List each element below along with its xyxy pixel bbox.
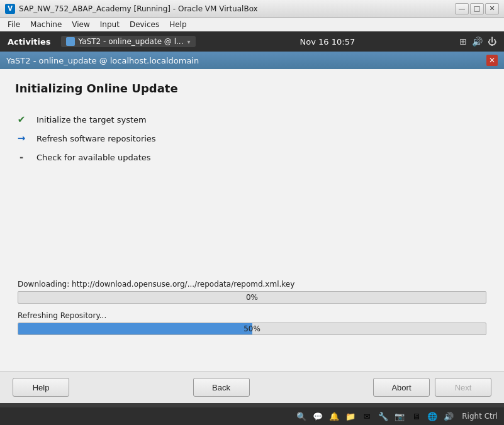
step-icon-current: →	[15, 133, 28, 144]
yast-window: YaST2 - online_update @ localhost.locald…	[0, 52, 504, 403]
tray-icon-4[interactable]: 📁	[344, 410, 357, 422]
gnome-window-icon	[66, 37, 75, 46]
sound-icon[interactable]: 🔊	[472, 36, 483, 47]
yast-content: Initializing Online Update ✔ Initialize …	[0, 69, 504, 371]
yast-titlebar: YaST2 - online_update @ localhost.locald…	[0, 52, 504, 69]
menu-input[interactable]: Input	[95, 19, 125, 30]
vbox-window-controls: — □ ✕	[455, 3, 499, 14]
help-button[interactable]: Help	[13, 378, 69, 397]
system-tray: 🔍 💬 🔔 📁 ✉ 🔧 📷 🖥 🌐 🔊 Right Ctrl	[0, 407, 504, 425]
button-group-left: Help	[13, 378, 69, 397]
next-button[interactable]: Next	[435, 378, 491, 397]
tray-icon-6[interactable]: 🔧	[376, 410, 390, 422]
tray-icon-8[interactable]: 🖥	[409, 410, 423, 422]
step-label-2: Refresh software repositories	[36, 134, 156, 143]
vbox-maximize-btn[interactable]: □	[470, 3, 484, 14]
network-icon[interactable]: ⊞	[459, 36, 467, 47]
refresh-progress-fill	[18, 323, 252, 334]
gnome-datetime: Nov 16 10:57	[196, 37, 460, 47]
step-item-3: - Check for available updates	[15, 148, 489, 167]
vbox-titlebar: V SAP_NW_752_ABAP_Academy [Running] - Or…	[0, 0, 504, 18]
yast-close-button[interactable]: ✕	[486, 55, 498, 66]
menu-help[interactable]: Help	[164, 19, 191, 30]
progress-section: Downloading: http://download.opensuse.or…	[15, 280, 489, 335]
yast-heading: Initializing Online Update	[15, 82, 489, 95]
tray-icon-5[interactable]: ✉	[360, 410, 374, 422]
tray-icon-7[interactable]: 📷	[393, 410, 406, 422]
refresh-progress-bar: 50%	[18, 323, 486, 335]
vbox-menubar: File Machine View Input Devices Help	[0, 18, 504, 31]
tray-icon-2[interactable]: 💬	[311, 410, 325, 422]
step-icon-pending: -	[15, 152, 28, 163]
step-item-1: ✔ Initialize the target system	[15, 110, 489, 129]
button-group-center: Back	[193, 378, 250, 397]
step-label-1: Initialize the target system	[36, 115, 147, 124]
menu-devices[interactable]: Devices	[125, 19, 164, 30]
refresh-progress-text: 50%	[244, 324, 260, 333]
tray-icon-10[interactable]: 🔊	[442, 410, 456, 422]
vbox-app-icon: V	[5, 4, 15, 14]
tray-icon-3[interactable]: 🔔	[327, 410, 341, 422]
step-icon-done: ✔	[15, 114, 28, 125]
download-progress-bar: 0%	[18, 291, 486, 304]
right-ctrl-label: Right Ctrl	[462, 412, 498, 421]
menu-machine[interactable]: Machine	[25, 19, 67, 30]
vbox-minimize-btn[interactable]: —	[455, 3, 469, 14]
yast-titlebar-text: YaST2 - online_update @ localhost.locald…	[6, 56, 199, 65]
back-button[interactable]: Back	[193, 378, 250, 397]
menu-view[interactable]: View	[67, 19, 94, 30]
gnome-window-title-text: YaST2 - online_update @ l...	[79, 37, 184, 46]
menu-file[interactable]: File	[3, 19, 25, 30]
power-icon[interactable]: ⏻	[488, 36, 496, 47]
gnome-tray: ⊞ 🔊 ⏻	[459, 36, 496, 47]
gnome-topbar: Activities YaST2 - online_update @ l... …	[0, 31, 504, 52]
button-group-right: Abort Next	[373, 378, 491, 397]
downloading-label: Downloading: http://download.opensuse.or…	[18, 280, 486, 289]
tray-icon-9[interactable]: 🌐	[425, 410, 439, 422]
download-progress-text: 0%	[246, 293, 258, 302]
vbox-title-text: SAP_NW_752_ABAP_Academy [Running] - Orac…	[19, 4, 455, 13]
steps-list: ✔ Initialize the target system → Refresh…	[15, 110, 489, 167]
step-item-2: → Refresh software repositories	[15, 129, 489, 148]
tray-icon-1[interactable]: 🔍	[294, 410, 308, 422]
gnome-window-title[interactable]: YaST2 - online_update @ l... ▾	[61, 36, 196, 47]
gnome-window-dropdown-icon[interactable]: ▾	[187, 38, 190, 45]
gnome-activities-button[interactable]: Activities	[8, 37, 51, 47]
refreshing-label: Refreshing Repository...	[18, 311, 486, 320]
yast-button-row: Help Back Abort Next	[0, 371, 504, 403]
step-label-3: Check for available updates	[36, 153, 151, 162]
abort-button[interactable]: Abort	[373, 378, 430, 397]
vbox-close-btn[interactable]: ✕	[485, 3, 499, 14]
